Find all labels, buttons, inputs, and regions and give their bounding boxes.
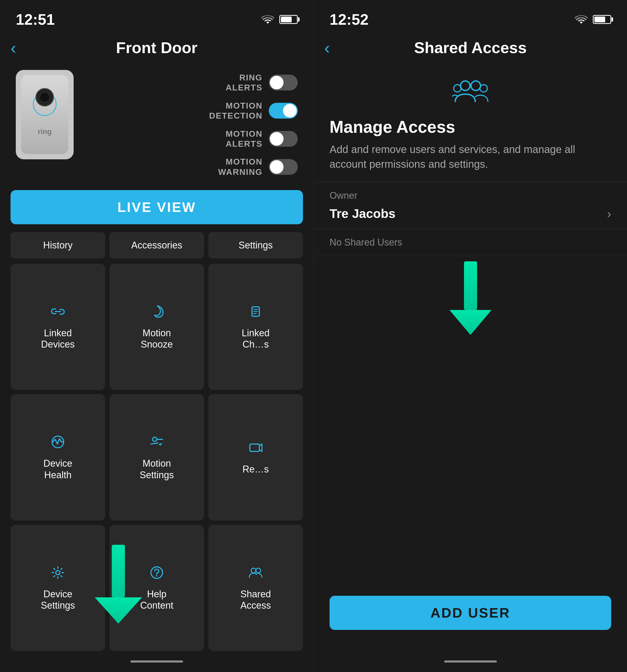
right-battery-icon <box>593 15 611 24</box>
tab-history[interactable]: History <box>10 232 105 259</box>
shared-access-label-grid: SharedAccess <box>240 589 271 611</box>
svg-rect-14 <box>112 545 125 597</box>
left-home-bar <box>0 651 314 672</box>
motion-snooze-icon <box>149 304 165 323</box>
right-home-bar <box>314 651 627 672</box>
toggle-row-motion-warning: MOTIONWARNING <box>84 157 298 177</box>
manage-access-section: Manage Access Add and remove users and s… <box>314 112 627 182</box>
owner-label: Owner <box>329 190 611 201</box>
live-view-label: LIVE VIEW <box>118 199 196 215</box>
manage-access-title: Manage Access <box>329 117 611 137</box>
device-health-icon <box>50 434 66 454</box>
grid-item-shared-access[interactable]: SharedAccess <box>208 525 303 651</box>
motion-warning-label: MOTIONWARNING <box>218 157 262 177</box>
svg-point-16 <box>461 81 470 91</box>
left-back-button[interactable]: ‹ <box>10 38 16 57</box>
tab-accessories[interactable]: Accessories <box>110 232 204 259</box>
motion-settings-label: MotionSettings <box>140 458 174 480</box>
right-home-indicator <box>444 661 497 663</box>
linked-chimes-icon <box>248 304 263 323</box>
no-shared-users-label: No Shared Users <box>314 229 627 256</box>
svg-point-11 <box>156 575 158 576</box>
linked-devices-icon <box>50 304 66 323</box>
tab-settings-label: Settings <box>238 240 273 251</box>
owner-row[interactable]: Tre Jacobs › <box>329 207 611 221</box>
tab-settings[interactable]: Settings <box>208 232 303 259</box>
svg-rect-20 <box>464 261 477 310</box>
linked-devices-label: LinkedDevices <box>41 327 75 350</box>
toggles-section: RINGALERTS MOTIONDETECTION MOTIONALERTS … <box>84 70 298 177</box>
grid-item-recordings[interactable]: Re…s <box>208 394 303 520</box>
motion-detection-toggle[interactable] <box>269 103 298 119</box>
motion-alerts-toggle[interactable] <box>269 131 298 147</box>
svg-point-18 <box>480 85 487 92</box>
shared-access-header-icon <box>314 65 627 112</box>
svg-line-7 <box>151 443 158 444</box>
manage-access-description: Add and remove users and services, and m… <box>329 142 611 171</box>
recordings-label: Re…s <box>242 463 269 475</box>
right-status-bar: 12:52 <box>314 0 627 33</box>
wifi-icon <box>261 12 274 27</box>
grid-item-device-settings[interactable]: DeviceSettings <box>10 525 105 651</box>
grid-item-device-health[interactable]: DeviceHealth <box>10 394 105 520</box>
left-home-indicator <box>131 661 183 663</box>
device-image: ring <box>16 70 74 159</box>
device-section: ring RINGALERTS MOTIONDETECTION MOTIONAL… <box>0 65 314 182</box>
owner-name: Tre Jacobs <box>329 207 396 221</box>
owner-section: Owner Tre Jacobs › <box>314 182 627 229</box>
grid-menu: LinkedDevices MotionSnooze LinkedCh…s <box>0 264 314 651</box>
grid-item-linked-devices[interactable]: LinkedDevices <box>10 264 105 390</box>
svg-point-9 <box>56 571 60 575</box>
left-page-title: Front Door <box>116 39 198 57</box>
svg-marker-15 <box>95 597 142 624</box>
svg-rect-8 <box>250 444 259 451</box>
svg-point-19 <box>454 85 461 92</box>
toggle-row-ring-alerts: RINGALERTS <box>84 73 298 93</box>
left-status-icons <box>261 12 298 27</box>
right-page-title: Shared Access <box>414 39 527 57</box>
left-time: 12:51 <box>16 10 55 28</box>
right-time: 12:52 <box>329 10 369 28</box>
motion-alerts-label: MOTIONALERTS <box>226 129 262 149</box>
right-wifi-icon <box>575 12 587 27</box>
ring-logo: ring <box>38 127 52 136</box>
help-content-icon <box>149 565 165 584</box>
owner-chevron-icon: › <box>607 207 611 221</box>
shared-access-icon-grid <box>248 565 263 584</box>
device-settings-icon <box>50 565 66 584</box>
tab-accessories-label: Accessories <box>131 240 182 251</box>
ring-alerts-toggle[interactable] <box>269 75 298 91</box>
toggle-row-motion-detection: MOTIONDETECTION <box>84 101 298 121</box>
svg-marker-21 <box>449 310 491 335</box>
tab-history-label: History <box>43 240 73 251</box>
right-panel: 12:52 ‹ Shared Access <box>314 0 627 672</box>
add-user-button[interactable]: ADD USER <box>329 596 611 630</box>
add-user-area: ADD USER <box>314 256 627 651</box>
toggle-row-motion-alerts: MOTIONALERTS <box>84 129 298 149</box>
device-settings-label: DeviceSettings <box>41 589 75 611</box>
ring-alerts-label: RINGALERTS <box>226 73 262 93</box>
help-content-label: HelpContent <box>140 589 173 611</box>
motion-detection-label: MOTIONDETECTION <box>209 101 262 121</box>
left-header: ‹ Front Door <box>0 33 314 65</box>
linked-chimes-label: LinkedCh…s <box>242 327 270 350</box>
svg-point-12 <box>251 568 256 573</box>
grid-item-motion-snooze[interactable]: MotionSnooze <box>110 264 204 390</box>
right-status-icons <box>575 12 611 27</box>
right-back-button[interactable]: ‹ <box>324 38 330 57</box>
svg-point-17 <box>471 81 481 91</box>
svg-point-6 <box>153 437 157 441</box>
add-user-label: ADD USER <box>431 605 510 621</box>
grid-item-motion-settings[interactable]: MotionSettings <box>110 394 204 520</box>
device-health-label: DeviceHealth <box>43 458 72 480</box>
recordings-icon <box>248 440 263 459</box>
left-status-bar: 12:51 <box>0 0 314 33</box>
grid-item-linked-chimes[interactable]: LinkedCh…s <box>208 264 303 390</box>
svg-point-13 <box>256 568 261 573</box>
motion-warning-toggle[interactable] <box>269 159 298 175</box>
live-view-button[interactable]: LIVE VIEW <box>10 190 303 224</box>
right-header: ‹ Shared Access <box>314 33 627 65</box>
motion-settings-icon <box>149 434 165 454</box>
motion-snooze-label: MotionSnooze <box>141 327 173 350</box>
bottom-tabs: History Accessories Settings <box>0 232 314 259</box>
